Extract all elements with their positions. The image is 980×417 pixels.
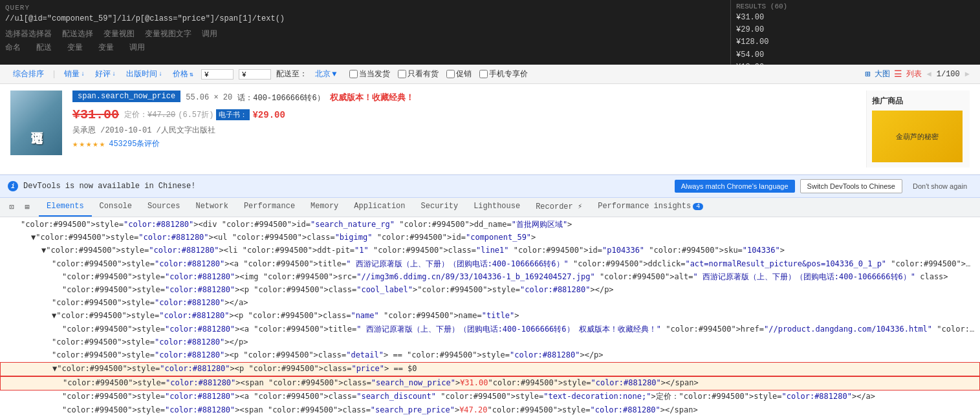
notify-text: DevTools is now available in Chinese! [23,182,670,191]
inspect-icon[interactable]: ⊡ [5,201,18,214]
filter-checkboxes: 当当发货 只看有货 促销 手机专享价 [349,69,528,80]
original-price: ¥47.20 [147,111,175,120]
code-line-6: "color:#994500">style="color:#881280"></… [0,297,980,310]
code-line-0: "color:#994500">style="color:#881280"><d… [0,219,980,231]
query-section: QUERY //ul[@id="component_59"]/li/p[@cla… [0,0,731,65]
tab-elements[interactable]: Elements [39,198,92,217]
code-line-13: "color:#994500">style="color:#881280"><a… [0,390,980,403]
tab-sources[interactable]: Sources [140,198,188,217]
checkbox-in-stock[interactable]: 只看有货 [398,69,439,80]
price-arrow-icon: ⇅ [190,70,193,78]
devtools-tabs: ⊡ ⊞ ElementsConsoleSourcesNetworkPerform… [0,198,980,217]
code-line-9: "color:#994500">style="color:#881280"></… [0,336,980,349]
promo-book-image: 金葫芦的秘密 [872,111,963,162]
publish-arrow-icon: ↓ [158,70,162,78]
star-5: ★ [100,138,105,149]
code-line-12: "color:#994500">style="color:#881280"><s… [0,376,980,390]
star-1: ★ [72,138,78,149]
tab-performance[interactable]: Performance [236,198,303,217]
results-label: RESULTS (60) [736,3,975,10]
code-line-5: "color:#994500">style="color:#881280"><p… [0,284,980,297]
dimensions: 55.06 × 20 [186,93,232,102]
match-language-button[interactable]: Always match Chrome's language [675,180,795,193]
code-line-14: "color:#994500">style="color:#881280"><s… [0,404,980,417]
nav-item-4[interactable]: 变量视图文字 [145,28,191,39]
price-min-input[interactable] [201,69,234,80]
discount: (6.57折) [178,109,213,120]
checkbox-mobile-exclusive[interactable]: 手机专享价 [479,69,528,80]
view-list-label[interactable]: 列表 [906,69,922,80]
price-tag-label: span.search_now_price [72,91,180,102]
nav-sub-5: 调用 [129,42,145,53]
next-page-icon[interactable]: ▶ [965,69,970,79]
tab-console[interactable]: Console [92,198,140,217]
promo-book-label: 金葫芦的秘密 [896,132,939,142]
star-4: ★ [93,138,98,149]
review-arrow-icon: ↓ [112,70,116,78]
devtools-icon-group: ⊡ ⊞ [5,201,34,214]
switch-to-chinese-button[interactable]: Switch DevTools to Chinese [800,179,902,193]
tab-memory[interactable]: Memory [303,198,346,217]
nav-item-2[interactable]: 配送选择 [62,28,93,39]
code-line-4: "color:#994500">style="color:#881280"><i… [0,271,980,284]
tab-lighthouse[interactable]: Lighthouse [466,198,528,217]
device-icon[interactable]: ⊞ [21,201,34,214]
sort-review[interactable]: 好评 ↓ [93,67,118,81]
nav-sub-2: 配送 [36,42,52,53]
tab-application[interactable]: Application [346,198,413,217]
city-selector[interactable]: 北京 ▼ [312,67,339,81]
code-line-2: ▼"color:#994500">style="color:#881280"><… [0,244,980,257]
nav-sub-1: 命名 [5,42,21,53]
dont-show-again-button[interactable]: Don't show again [908,180,972,193]
star-2: ★ [79,138,84,149]
product-meta: 吴承恩 /2010-10-01 /人民文字出版社 [72,125,856,136]
promo-panel: 推广商品 金葫芦的秘密 [866,91,970,167]
nav-item-3[interactable]: 变量视图 [103,28,135,39]
view-list-icon: ☰ [894,69,902,80]
tab-recorder-[interactable]: Recorder ⚡ [528,198,590,217]
promo-title: 推广商品 [872,96,964,107]
filter-bar: 综合排序 | 销量 ↓ 好评 ↓ 出版时间 ↓ 价格 ⇅ 配送至： 北京 ▼ 当… [0,65,980,84]
results-values: ¥31.00¥29.00¥128.00¥54.00¥18.90 [736,12,975,65]
sort-publish[interactable]: 出版时间 ↓ [124,67,165,81]
sales-arrow-icon: ↓ [81,70,85,78]
code-area: "color:#994500">style="color:#881280"><d… [0,217,980,417]
original-label: 定价： [124,109,147,120]
tab-performance-insights[interactable]: Performance insights4 [590,198,711,217]
current-price[interactable]: ¥31.00 [72,107,119,122]
product-row: 西游记 span.search_now_price 55.06 × 20 话：4… [0,84,980,175]
phone-info: 话：400-1066666转6） [237,92,324,103]
ebook-badge: 电子书： [216,109,250,120]
star-3: ★ [86,138,91,149]
code-line-7: ▼"color:#994500">style="color:#881280"><… [0,310,980,323]
nav-item-5[interactable]: 调用 [202,28,217,39]
tab-security[interactable]: Security [413,198,466,217]
city-arrow-icon: ▼ [332,70,336,79]
product-image: 西游记 [10,91,62,155]
ship-to-label: 配送至： [276,69,307,80]
nav-sub-4: 变量 [98,42,114,53]
code-line-1: ▼"color:#994500">style="color:#881280"><… [0,231,980,244]
checkbox-current-ship[interactable]: 当当发货 [349,69,390,80]
info-icon: i [8,181,18,191]
devtools-notification: i DevTools is now available in Chinese! … [0,175,980,198]
code-line-11: ▼"color:#994500">style="color:#881280"><… [0,362,980,376]
view-grid-icon: ⊞ [865,69,870,80]
code-line-3: "color:#994500">style="color:#881280"><a… [0,258,980,271]
sort-price[interactable]: 价格 ⇅ [170,67,196,81]
nav-sub-3: 变量 [67,42,83,53]
sort-sales[interactable]: 销量 ↓ [61,67,87,81]
checkbox-promo[interactable]: 促销 [446,69,472,80]
rating-count[interactable]: 453295条评价 [109,138,160,149]
price-max-input[interactable] [239,69,271,80]
nav-item-1[interactable]: 选择器选择器 [5,28,52,39]
tab-network[interactable]: Network [188,198,235,217]
sort-综合排序[interactable]: 综合排序 [10,67,47,81]
page-info: 1/100 [937,70,960,79]
product-info: span.search_now_price 55.06 × 20 话：400-1… [72,91,856,167]
query-code: //ul[@id="component_59"]/li/p[@class="pr… [5,14,725,23]
view-grid-label[interactable]: 大图 [875,69,890,80]
results-section: RESULTS (60) ¥31.00¥29.00¥128.00¥54.00¥1… [731,0,980,65]
tabs-container: ElementsConsoleSourcesNetworkPerformance… [39,198,711,217]
view-toggle: ⊞ 大图 ☰ 列表 ◀ 1/100 ▶ [865,69,970,80]
